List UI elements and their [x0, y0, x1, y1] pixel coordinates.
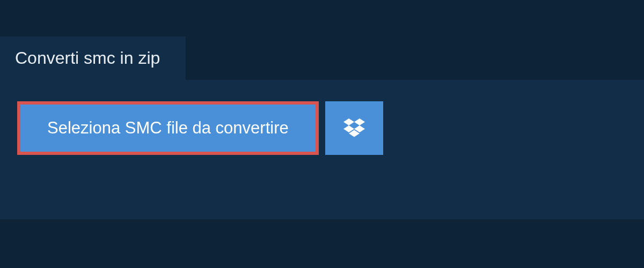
dropbox-button[interactable]	[325, 101, 383, 155]
select-file-label: Seleziona SMC file da convertire	[47, 118, 289, 138]
select-file-button[interactable]: Seleziona SMC file da convertire	[17, 101, 319, 155]
tab-label: Converti smc in zip	[15, 48, 160, 68]
conversion-panel: Seleziona SMC file da convertire	[0, 80, 644, 219]
dropbox-icon	[343, 118, 365, 138]
button-row: Seleziona SMC file da convertire	[17, 101, 627, 155]
tab-convert[interactable]: Converti smc in zip	[0, 36, 186, 80]
tab-bar: Converti smc in zip	[0, 0, 644, 80]
